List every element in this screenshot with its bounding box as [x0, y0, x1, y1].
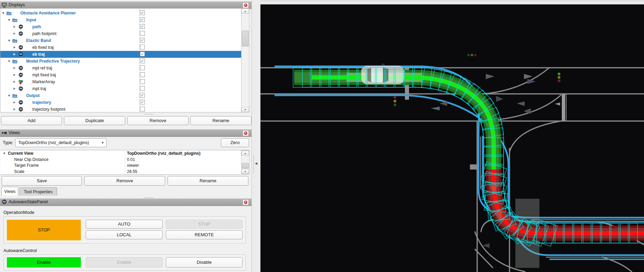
- tab-tool-properties[interactable]: Tool Properties: [19, 187, 57, 196]
- property-value[interactable]: TopDownOrtho (rviz_default_plugins): [127, 151, 201, 156]
- expand-icon[interactable]: ▶: [13, 99, 15, 106]
- tree-row-trajectory[interactable]: ▶trajectory✓: [0, 99, 241, 106]
- folder-icon: [12, 38, 18, 43]
- state-close-button[interactable]: ✕: [243, 199, 249, 205]
- displays-rename-button[interactable]: Rename: [190, 116, 251, 125]
- state-panel-titlebar[interactable]: AutowareStatePanel ✕: [0, 198, 251, 206]
- expand-icon[interactable]: ▶: [13, 51, 15, 58]
- tree-row-eb-traj[interactable]: ▶eb traj✓: [0, 51, 241, 58]
- expand-icon[interactable]: ▶: [13, 85, 15, 92]
- scroll-up-icon[interactable]: ▲: [242, 9, 249, 14]
- enabled-checkbox[interactable]: [140, 79, 145, 84]
- folder-icon: [12, 93, 18, 98]
- enabled-checkbox[interactable]: [140, 65, 145, 70]
- expand-icon[interactable]: ▶: [13, 106, 15, 112]
- folder-icon: [12, 18, 18, 23]
- enabled-checkbox[interactable]: ✓: [140, 38, 145, 43]
- tree-row-Output[interactable]: ▼Output✓: [0, 92, 241, 99]
- displays-remove-button[interactable]: Remove: [127, 116, 189, 125]
- tree-row-Elastic-Band[interactable]: ▼Elastic Band✓: [0, 37, 241, 44]
- property-value[interactable]: 0.01: [127, 157, 135, 163]
- enabled-checkbox[interactable]: [140, 86, 145, 91]
- property-row-current-view[interactable]: ▼Current ViewTopDownOrtho (rviz_default_…: [0, 151, 249, 156]
- tree-item-label: Obstacle Avoidance Planner: [20, 10, 76, 17]
- views-close-button[interactable]: ✕: [243, 130, 249, 136]
- property-row-target-frame[interactable]: Target Frameviewer: [0, 163, 249, 168]
- displays-tree-scrollbar[interactable]: ▲ ▼: [241, 8, 249, 112]
- windshield: [383, 67, 388, 83]
- opmode-remote-button[interactable]: REMOTE: [166, 230, 243, 239]
- tree-row-mpt-traj[interactable]: ▶mpt traj: [0, 85, 241, 92]
- tree-row-MarkerArray[interactable]: ▶MarkerArray: [0, 78, 241, 85]
- opmode-local-button[interactable]: LOCAL: [86, 230, 163, 239]
- tree-row-Obstacle-Avoidance-Planner[interactable]: ▼Obstacle Avoidance Planner✓: [0, 10, 241, 17]
- views-save-button[interactable]: Save: [2, 176, 82, 186]
- render-viewport[interactable]: [260, 0, 644, 272]
- scroll-down-icon[interactable]: ▼: [242, 107, 249, 112]
- tree-row-Model-Predictive-Trajectory[interactable]: ▼Model Predictive Trajectory✓: [0, 58, 241, 65]
- scroll-up-icon[interactable]: ▲: [242, 151, 249, 155]
- expand-icon[interactable]: ▶: [13, 65, 15, 72]
- tree-row-eb-fixed-traj[interactable]: ▶eb fixed traj: [0, 44, 241, 51]
- displays-duplicate-button[interactable]: Duplicate: [64, 116, 125, 125]
- panel-splitter[interactable]: ◀: [251, 0, 261, 272]
- displays-add-button[interactable]: Add: [1, 116, 62, 125]
- enabled-checkbox[interactable]: ✓: [140, 100, 145, 105]
- properties-scrollbar[interactable]: ▲ ▼: [241, 150, 249, 174]
- collapse-icon[interactable]: ▼: [8, 58, 11, 65]
- views-panel-title: Views: [9, 130, 20, 135]
- collapse-icon[interactable]: ▼: [8, 92, 11, 99]
- enabled-checkbox[interactable]: [140, 31, 145, 36]
- enabled-checkbox[interactable]: ✓: [140, 93, 145, 98]
- tree-row-path-footprint[interactable]: ▶path footprint: [0, 30, 241, 37]
- displays-close-button[interactable]: ✕: [243, 2, 249, 8]
- autoware-icon: [18, 66, 23, 71]
- tree-row-mpt-ref-traj[interactable]: ▶mpt ref traj: [0, 65, 241, 72]
- views-remove-button[interactable]: Remove: [84, 176, 165, 186]
- tab-views[interactable]: Views: [1, 187, 18, 196]
- views-rename-button[interactable]: Rename: [168, 176, 248, 186]
- expand-icon[interactable]: ▶: [13, 78, 15, 85]
- collapse-icon[interactable]: ▼: [8, 37, 11, 44]
- zero-button[interactable]: Zero: [221, 138, 249, 147]
- collapse-panel-icon[interactable]: ◀: [255, 162, 257, 165]
- displays-icon: [2, 2, 7, 8]
- panel-resize-handle[interactable]: ••••••: [144, 112, 154, 116]
- expand-icon[interactable]: ▶: [13, 23, 15, 30]
- collapse-icon[interactable]: ▼: [8, 17, 11, 23]
- scrollbar-thumb[interactable]: [242, 31, 249, 46]
- control-disable-button[interactable]: Disable: [166, 257, 243, 268]
- scrollbar-thumb[interactable]: [242, 163, 249, 168]
- opmode-auto-button[interactable]: AUTO: [86, 220, 163, 229]
- expand-icon[interactable]: ▶: [13, 44, 15, 51]
- expand-icon[interactable]: ▶: [13, 72, 15, 78]
- current-view-properties[interactable]: ▼Current ViewTopDownOrtho (rviz_default_…: [0, 150, 249, 175]
- enabled-checkbox[interactable]: ✓: [140, 58, 145, 63]
- tree-row-path[interactable]: ▶path✓: [0, 23, 241, 30]
- collapse-icon[interactable]: ▼: [2, 10, 5, 17]
- displays-panel-titlebar[interactable]: Displays ✕: [0, 1, 251, 9]
- scroll-down-icon[interactable]: ▼: [242, 169, 249, 174]
- enabled-checkbox[interactable]: ✓: [140, 24, 145, 29]
- expand-icon[interactable]: ▶: [13, 30, 15, 37]
- tree-row-mpt-fixed-traj[interactable]: ▶mpt fixed traj: [0, 72, 241, 78]
- property-row-scale[interactable]: Scale26.55: [0, 169, 249, 175]
- tree-item-label: MarkerArray: [32, 78, 55, 85]
- splitter-dots: [253, 155, 254, 173]
- view-type-dropdown[interactable]: TopDownOrtho (rviz_default_plugins) ▼: [15, 138, 107, 147]
- enabled-checkbox[interactable]: [140, 107, 145, 111]
- displays-tree[interactable]: ▼Obstacle Avoidance Planner✓▼Input✓▶path…: [0, 8, 249, 112]
- property-value[interactable]: 26.55: [127, 169, 137, 175]
- enabled-checkbox[interactable]: ✓: [140, 17, 145, 22]
- views-panel-titlebar[interactable]: Views ✕: [0, 129, 251, 137]
- enabled-checkbox[interactable]: ✓: [140, 10, 145, 15]
- property-row-near-clip-distance[interactable]: Near Clip Distance0.01: [0, 157, 249, 163]
- tree-row-trajectory-footprint[interactable]: ▶trajectory footprint: [0, 106, 241, 112]
- tree-row-Input[interactable]: ▼Input✓: [0, 17, 241, 23]
- enabled-checkbox[interactable]: ✓: [140, 52, 145, 56]
- enabled-checkbox[interactable]: [140, 45, 145, 50]
- property-value[interactable]: viewer: [127, 163, 139, 168]
- enabled-checkbox[interactable]: [140, 72, 145, 77]
- tree-item-label: mpt traj: [32, 85, 46, 92]
- collapse-icon[interactable]: ▼: [3, 151, 6, 156]
